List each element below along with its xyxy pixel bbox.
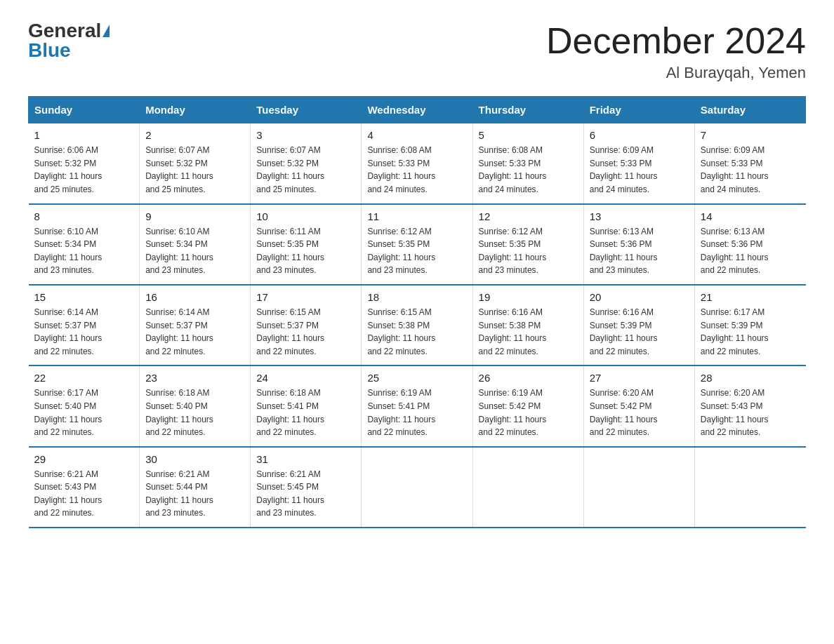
calendar-cell xyxy=(694,447,805,528)
calendar-cell: 20Sunrise: 6:16 AM Sunset: 5:39 PM Dayli… xyxy=(583,285,694,365)
week-row-5: 29Sunrise: 6:21 AM Sunset: 5:43 PM Dayli… xyxy=(29,447,806,528)
day-info: Sunrise: 6:14 AM Sunset: 5:37 PM Dayligh… xyxy=(145,306,244,358)
day-number: 19 xyxy=(479,291,578,303)
day-info: Sunrise: 6:06 AM Sunset: 5:32 PM Dayligh… xyxy=(34,144,134,196)
page-header: General Blue December 2024 Al Burayqah, … xyxy=(28,21,806,82)
calendar-cell: 29Sunrise: 6:21 AM Sunset: 5:43 PM Dayli… xyxy=(29,447,140,528)
calendar-cell: 18Sunrise: 6:15 AM Sunset: 5:38 PM Dayli… xyxy=(362,285,472,365)
day-info: Sunrise: 6:16 AM Sunset: 5:39 PM Dayligh… xyxy=(590,306,689,358)
day-number: 31 xyxy=(256,453,355,465)
calendar-cell: 28Sunrise: 6:20 AM Sunset: 5:43 PM Dayli… xyxy=(694,365,805,446)
week-row-3: 15Sunrise: 6:14 AM Sunset: 5:37 PM Dayli… xyxy=(29,285,806,365)
calendar-cell: 13Sunrise: 6:13 AM Sunset: 5:36 PM Dayli… xyxy=(583,204,694,285)
day-info: Sunrise: 6:18 AM Sunset: 5:41 PM Dayligh… xyxy=(256,387,355,438)
day-number: 6 xyxy=(590,129,689,141)
day-number: 18 xyxy=(367,291,466,303)
day-number: 3 xyxy=(256,129,355,141)
calendar-cell xyxy=(362,447,472,528)
header-day-sunday: Sunday xyxy=(29,97,140,123)
day-info: Sunrise: 6:21 AM Sunset: 5:45 PM Dayligh… xyxy=(256,468,355,520)
day-number: 5 xyxy=(479,129,578,141)
calendar-cell: 1Sunrise: 6:06 AM Sunset: 5:32 PM Daylig… xyxy=(29,123,140,204)
day-number: 26 xyxy=(479,372,578,384)
calendar-cell: 24Sunrise: 6:18 AM Sunset: 5:41 PM Dayli… xyxy=(251,365,362,446)
calendar-body: 1Sunrise: 6:06 AM Sunset: 5:32 PM Daylig… xyxy=(29,123,806,528)
day-number: 13 xyxy=(590,210,689,222)
day-number: 21 xyxy=(701,291,800,303)
day-number: 1 xyxy=(34,129,134,141)
day-number: 7 xyxy=(701,129,800,141)
day-info: Sunrise: 6:13 AM Sunset: 5:36 PM Dayligh… xyxy=(701,225,800,277)
day-number: 16 xyxy=(145,291,244,303)
day-number: 23 xyxy=(145,372,244,384)
day-number: 28 xyxy=(701,372,800,384)
day-number: 27 xyxy=(590,372,689,384)
day-info: Sunrise: 6:10 AM Sunset: 5:34 PM Dayligh… xyxy=(145,225,244,277)
day-number: 17 xyxy=(256,291,355,303)
day-info: Sunrise: 6:12 AM Sunset: 5:35 PM Dayligh… xyxy=(479,225,578,277)
calendar-cell: 19Sunrise: 6:16 AM Sunset: 5:38 PM Dayli… xyxy=(472,285,583,365)
week-row-1: 1Sunrise: 6:06 AM Sunset: 5:32 PM Daylig… xyxy=(29,123,806,204)
day-number: 12 xyxy=(479,210,578,222)
day-info: Sunrise: 6:13 AM Sunset: 5:36 PM Dayligh… xyxy=(590,225,689,277)
calendar-cell: 22Sunrise: 6:17 AM Sunset: 5:40 PM Dayli… xyxy=(29,365,140,446)
day-number: 9 xyxy=(145,210,244,222)
week-row-4: 22Sunrise: 6:17 AM Sunset: 5:40 PM Dayli… xyxy=(29,365,806,446)
calendar-cell: 16Sunrise: 6:14 AM Sunset: 5:37 PM Dayli… xyxy=(140,285,251,365)
day-info: Sunrise: 6:21 AM Sunset: 5:44 PM Dayligh… xyxy=(145,468,244,520)
day-info: Sunrise: 6:19 AM Sunset: 5:42 PM Dayligh… xyxy=(479,387,578,438)
logo-bottom-row: Blue xyxy=(28,41,71,60)
day-number: 4 xyxy=(367,129,466,141)
calendar-cell: 12Sunrise: 6:12 AM Sunset: 5:35 PM Dayli… xyxy=(472,204,583,285)
logo-triangle-icon xyxy=(102,25,110,37)
day-info: Sunrise: 6:14 AM Sunset: 5:37 PM Dayligh… xyxy=(34,306,134,358)
day-number: 14 xyxy=(701,210,800,222)
day-info: Sunrise: 6:11 AM Sunset: 5:35 PM Dayligh… xyxy=(256,225,355,277)
calendar-cell: 30Sunrise: 6:21 AM Sunset: 5:44 PM Dayli… xyxy=(140,447,251,528)
calendar-cell: 11Sunrise: 6:12 AM Sunset: 5:35 PM Dayli… xyxy=(362,204,472,285)
day-number: 2 xyxy=(145,129,244,141)
header-right: December 2024 Al Burayqah, Yemen xyxy=(546,21,806,82)
calendar-cell: 5Sunrise: 6:08 AM Sunset: 5:33 PM Daylig… xyxy=(472,123,583,204)
logo-blue-text: Blue xyxy=(28,39,71,61)
month-title: December 2024 xyxy=(546,21,806,61)
day-info: Sunrise: 6:08 AM Sunset: 5:33 PM Dayligh… xyxy=(479,144,578,196)
calendar-cell: 2Sunrise: 6:07 AM Sunset: 5:32 PM Daylig… xyxy=(140,123,251,204)
calendar-cell: 9Sunrise: 6:10 AM Sunset: 5:34 PM Daylig… xyxy=(140,204,251,285)
header-day-tuesday: Tuesday xyxy=(251,97,362,123)
header-day-saturday: Saturday xyxy=(694,97,805,123)
calendar-header: SundayMondayTuesdayWednesdayThursdayFrid… xyxy=(29,97,806,123)
day-number: 20 xyxy=(590,291,689,303)
header-day-friday: Friday xyxy=(583,97,694,123)
calendar-cell: 7Sunrise: 6:09 AM Sunset: 5:33 PM Daylig… xyxy=(694,123,805,204)
day-info: Sunrise: 6:21 AM Sunset: 5:43 PM Dayligh… xyxy=(34,468,134,520)
day-number: 25 xyxy=(367,372,466,384)
location-subtitle: Al Burayqah, Yemen xyxy=(546,64,806,82)
day-info: Sunrise: 6:12 AM Sunset: 5:35 PM Dayligh… xyxy=(367,225,466,277)
day-number: 15 xyxy=(34,291,134,303)
calendar-cell: 17Sunrise: 6:15 AM Sunset: 5:37 PM Dayli… xyxy=(251,285,362,365)
day-info: Sunrise: 6:20 AM Sunset: 5:43 PM Dayligh… xyxy=(701,387,800,438)
day-info: Sunrise: 6:09 AM Sunset: 5:33 PM Dayligh… xyxy=(590,144,689,196)
day-number: 30 xyxy=(145,453,244,465)
calendar-cell: 26Sunrise: 6:19 AM Sunset: 5:42 PM Dayli… xyxy=(472,365,583,446)
calendar-cell: 15Sunrise: 6:14 AM Sunset: 5:37 PM Dayli… xyxy=(29,285,140,365)
day-number: 10 xyxy=(256,210,355,222)
header-day-wednesday: Wednesday xyxy=(362,97,472,123)
day-number: 24 xyxy=(256,372,355,384)
calendar-cell: 14Sunrise: 6:13 AM Sunset: 5:36 PM Dayli… xyxy=(694,204,805,285)
calendar-cell: 25Sunrise: 6:19 AM Sunset: 5:41 PM Dayli… xyxy=(362,365,472,446)
header-row: SundayMondayTuesdayWednesdayThursdayFrid… xyxy=(29,97,806,123)
day-number: 22 xyxy=(34,372,134,384)
day-info: Sunrise: 6:15 AM Sunset: 5:37 PM Dayligh… xyxy=(256,306,355,358)
header-day-monday: Monday xyxy=(140,97,251,123)
calendar-cell: 10Sunrise: 6:11 AM Sunset: 5:35 PM Dayli… xyxy=(251,204,362,285)
calendar-table: SundayMondayTuesdayWednesdayThursdayFrid… xyxy=(28,96,806,528)
week-row-2: 8Sunrise: 6:10 AM Sunset: 5:34 PM Daylig… xyxy=(29,204,806,285)
calendar-cell: 23Sunrise: 6:18 AM Sunset: 5:40 PM Dayli… xyxy=(140,365,251,446)
calendar-cell: 27Sunrise: 6:20 AM Sunset: 5:42 PM Dayli… xyxy=(583,365,694,446)
day-info: Sunrise: 6:10 AM Sunset: 5:34 PM Dayligh… xyxy=(34,225,134,277)
day-info: Sunrise: 6:17 AM Sunset: 5:39 PM Dayligh… xyxy=(701,306,800,358)
day-info: Sunrise: 6:15 AM Sunset: 5:38 PM Dayligh… xyxy=(367,306,466,358)
day-number: 11 xyxy=(367,210,466,222)
